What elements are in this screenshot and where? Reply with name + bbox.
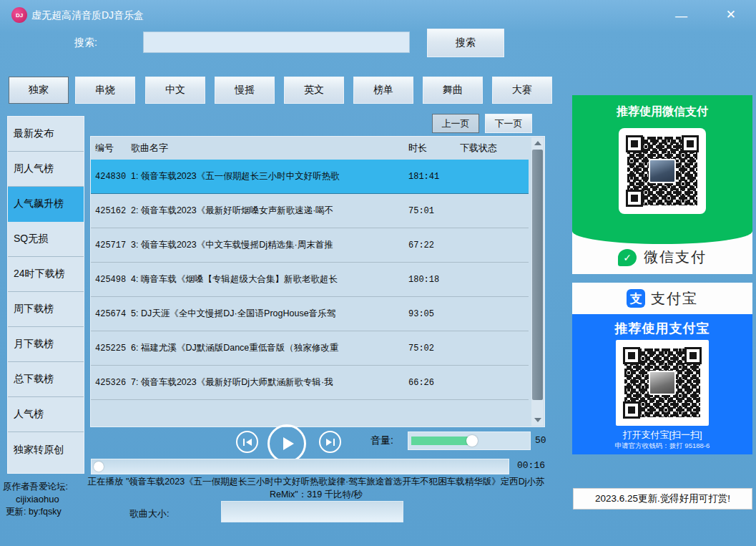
category-button-charts[interactable]: 榜单 <box>353 77 413 104</box>
sidebar-item-weekly-popularity[interactable]: 周人气榜 <box>8 152 84 187</box>
table-row[interactable]: 425162 2: 领音车载2023《最新好听烟嗓女声新歌速递·喝不 75:01 <box>91 194 529 228</box>
window-title: 虚无超高清音质DJ音乐盒 <box>31 9 144 22</box>
author-forum-label: 原作者吾爱论坛: <box>3 481 68 493</box>
table-row[interactable]: 424830 1: 领音车载2023《五一假期超长三小时中文好听热歌 181:4… <box>91 160 529 194</box>
qr-center-photo <box>649 159 676 183</box>
song-table: 编号 歌曲名字 时长 下载状态 424830 1: 领音车载2023《五一假期超… <box>90 136 545 427</box>
sidebar-item-24h-downloads[interactable]: 24时下载榜 <box>8 257 84 292</box>
wechat-header: 推荐使用微信支付 <box>572 104 752 120</box>
header-name: 歌曲名字 <box>131 142 408 155</box>
song-duration: 75:01 <box>408 206 460 216</box>
wechat-brand-text: 微信支付 <box>644 248 707 267</box>
alipay-brand-text: 支付宝 <box>651 289 698 308</box>
song-id: 425674 <box>95 309 131 319</box>
ranking-sidebar: 最新发布 周人气榜 人气飙升榜 SQ无损 24时下载榜 周下载榜 月下载榜 总下… <box>7 116 84 474</box>
wechat-brand-row: ✓ 微信支付 <box>572 248 752 267</box>
progress-thumb[interactable] <box>94 462 104 472</box>
category-button-medley[interactable]: 串烧 <box>75 77 135 104</box>
qr-center-photo <box>649 371 676 395</box>
song-id: 425162 <box>95 206 131 216</box>
volume-value: 50 <box>535 435 546 446</box>
previous-track-icon <box>243 439 245 446</box>
sidebar-item-exclusive-original[interactable]: 独家转原创 <box>8 432 84 467</box>
alipay-scan-caption: 打开支付宝[扫一扫] <box>572 429 752 442</box>
next-track-button[interactable] <box>319 431 341 453</box>
sidebar-item-total-downloads[interactable]: 总下载榜 <box>8 362 84 397</box>
wechat-pay-icon: ✓ <box>618 249 637 266</box>
song-duration: 75:02 <box>408 343 460 354</box>
alipay-subcaption: 申请官方收钱码：拨打 95188-6 <box>572 442 752 451</box>
header-id: 编号 <box>95 142 131 155</box>
song-name: 1: 领音车载2023《五一假期超长三小时中文好听热歌 <box>131 170 408 182</box>
next-track-icon <box>326 439 332 446</box>
header-duration: 时长 <box>408 142 460 155</box>
wechat-pay-panel: 推荐使用微信支付 ✓ 微信支付 <box>572 95 752 274</box>
search-label: 搜索: <box>74 36 97 49</box>
category-button-english[interactable]: 英文 <box>284 77 344 104</box>
song-id: 425717 <box>95 240 131 250</box>
song-id: 425326 <box>95 378 131 388</box>
song-duration: 93:05 <box>408 309 460 319</box>
updater-label: 更新: by:fqsky <box>6 506 62 518</box>
alipay-icon: 支 <box>627 289 645 308</box>
scrollbar-thumb[interactable] <box>532 150 543 400</box>
volume-fill <box>411 437 472 445</box>
elapsed-time: 00:16 <box>517 460 545 471</box>
close-button[interactable]: ✕ <box>726 9 736 21</box>
song-size-field[interactable] <box>221 501 403 522</box>
song-duration: 181:41 <box>408 172 460 182</box>
song-duration: 66:26 <box>408 378 460 388</box>
alipay-brand-row: 支 支付宝 <box>572 283 752 314</box>
table-row[interactable]: 425225 6: 福建尤溪《DJ默涵版Dance重低音版（独家修改重 75:0… <box>91 331 529 366</box>
category-button-dance[interactable]: 舞曲 <box>423 77 483 104</box>
prev-page-button[interactable]: 上一页 <box>432 114 479 133</box>
sidebar-item-monthly-downloads[interactable]: 月下载榜 <box>8 327 84 362</box>
previous-track-button[interactable] <box>236 431 258 453</box>
author-name: cijixiaohuo <box>16 494 59 504</box>
scroll-up-icon[interactable] <box>531 137 544 149</box>
volume-label: 音量: <box>370 434 393 447</box>
category-button-slow[interactable]: 慢摇 <box>215 77 275 104</box>
playback-progress-bar[interactable] <box>91 459 509 474</box>
song-id: 425225 <box>95 343 131 354</box>
alipay-qr-code <box>616 340 709 426</box>
sidebar-item-rising-popularity[interactable]: 人气飙升榜 <box>8 187 84 222</box>
alipay-panel: 支 支付宝 推荐使用支付宝 打开支付宝[扫一扫] 申请官方收钱码：拨打 9518… <box>572 283 752 454</box>
volume-slider-thumb[interactable] <box>466 435 478 447</box>
sidebar-item-sq-lossless[interactable]: SQ无损 <box>8 222 84 257</box>
sidebar-item-popularity[interactable]: 人气榜 <box>8 397 84 432</box>
table-header: 编号 歌曲名字 时长 下载状态 <box>91 137 544 160</box>
category-button-exclusive[interactable]: 独家 <box>9 77 69 104</box>
song-name: 4: 嗨音车载《烟嗓【专辑超级大合集】新歌老歌超长 <box>131 273 408 286</box>
app-logo-icon: DJ <box>11 7 27 23</box>
play-button[interactable] <box>267 424 306 463</box>
play-icon <box>283 437 294 450</box>
song-id: 425498 <box>95 275 131 285</box>
table-row[interactable]: 425717 3: 领音车载2023《中文车载慢摇Dj精选集·周末首推 67:2… <box>91 228 529 263</box>
volume-slider[interactable] <box>408 432 531 450</box>
scroll-down-icon[interactable] <box>531 414 544 426</box>
now-playing-status: 正在播放 "领音车载2023《五一假期超长三小时中文好听热歌旋律·驾车旅途首选开… <box>84 475 548 501</box>
update-note: 2023.6.25更新.觉得好用可打赏! <box>573 488 752 510</box>
category-button-chinese[interactable]: 中文 <box>145 77 205 104</box>
next-page-button[interactable]: 下一页 <box>485 114 532 133</box>
song-name: 3: 领音车载2023《中文车载慢摇Dj精选集·周末首推 <box>131 239 408 251</box>
minimize-button[interactable]: — <box>675 10 687 22</box>
table-scrollbar[interactable] <box>531 137 544 426</box>
song-name: 7: 领音车载2023《最新好听Dj大师默涵新歌专辑·我 <box>131 376 408 389</box>
song-name: 5: DJ天涯《全中文慢摇DJ·全国语ProgHouse音乐驾 <box>131 308 408 320</box>
song-duration: 180:18 <box>408 275 460 285</box>
song-duration: 67:22 <box>408 240 460 250</box>
table-row[interactable]: 425326 7: 领音车载2023《最新好听Dj大师默涵新歌专辑·我 66:2… <box>91 366 529 400</box>
song-size-label: 歌曲大小: <box>129 507 170 520</box>
sidebar-item-weekly-downloads[interactable]: 周下载榜 <box>8 292 84 327</box>
search-button[interactable]: 搜索 <box>427 29 504 57</box>
search-input[interactable] <box>143 31 410 53</box>
category-button-contest[interactable]: 大赛 <box>492 77 552 104</box>
sidebar-item-latest[interactable]: 最新发布 <box>8 117 84 152</box>
app-window: DJ 虚无超高清音质DJ音乐盒 — ✕ 搜索: 搜索 独家 串烧 中文 慢摇 英… <box>0 0 756 546</box>
table-row[interactable]: 425674 5: DJ天涯《全中文慢摇DJ·全国语ProgHouse音乐驾 9… <box>91 297 529 331</box>
song-name: 2: 领音车载2023《最新好听烟嗓女声新歌速递·喝不 <box>131 205 408 217</box>
alipay-header: 推荐使用支付宝 <box>572 320 752 337</box>
table-row[interactable]: 425498 4: 嗨音车载《烟嗓【专辑超级大合集】新歌老歌超长 180:18 <box>91 263 529 297</box>
